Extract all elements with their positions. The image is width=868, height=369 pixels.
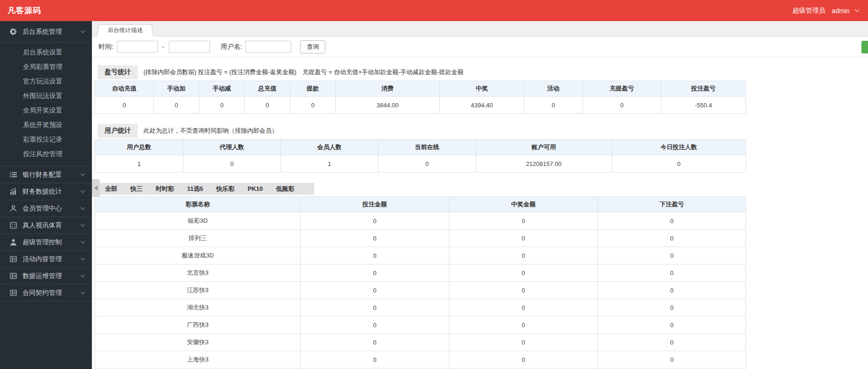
table-cell: 0 bbox=[301, 264, 449, 282]
sidebar-item-label: 财务数据统计 bbox=[23, 188, 81, 196]
sidebar-subitem[interactable]: 官方玩法设置 bbox=[0, 74, 92, 89]
username-label: admin bbox=[832, 7, 850, 15]
sidebar-subitem[interactable]: 系统开奖预设 bbox=[0, 118, 92, 132]
lottery-tab[interactable]: 快乐彩 bbox=[210, 185, 241, 193]
user-section-head: 用户统计 此处为总计，不受查询时间影响（排除内部会员） bbox=[98, 124, 868, 137]
column-header: 充提盈亏 bbox=[583, 81, 661, 97]
sidebar-item-label: 银行财务配置 bbox=[23, 171, 81, 179]
arrow-left-icon bbox=[94, 186, 98, 190]
table-row: 排列三000 bbox=[95, 230, 746, 247]
sidebar-item[interactable]: 数据运维管理 bbox=[0, 268, 92, 285]
table-row: 安徽快3000 bbox=[95, 334, 746, 351]
table-cell: 0 bbox=[301, 334, 449, 351]
lottery-tab[interactable]: 快三 bbox=[124, 185, 149, 193]
table-row: 福彩3D000 bbox=[95, 212, 746, 230]
column-header: 中奖金额 bbox=[449, 197, 598, 212]
lottery-tabs: 全部快三时时彩11选5快乐彩PK10低频彩 bbox=[95, 183, 314, 195]
sidebar-item[interactable]: 活动内容管理 bbox=[0, 251, 92, 268]
chevron-down-icon bbox=[81, 256, 85, 261]
username-input[interactable] bbox=[245, 41, 291, 53]
green-action-button[interactable] bbox=[861, 41, 868, 53]
table-cell: 0 bbox=[301, 282, 449, 299]
column-header: 消费 bbox=[336, 81, 440, 97]
table-cell: 0 bbox=[598, 334, 746, 351]
chart-icon bbox=[9, 188, 17, 196]
table-cell: 0 bbox=[583, 97, 661, 114]
table-cell: 北京快3 bbox=[95, 264, 301, 282]
table-cell: 0 bbox=[612, 155, 746, 173]
table-cell: 0 bbox=[301, 351, 449, 369]
sidebar-item-label: 真人视讯体育 bbox=[23, 221, 81, 230]
sidebar-item[interactable]: 财务数据统计 bbox=[0, 183, 92, 200]
sidebar-menu: 后台系统管理后台系统设置全局彩票管理官方玩法设置外围玩法设置全局开奖设置系统开奖… bbox=[0, 21, 92, 301]
panel-icon bbox=[9, 272, 17, 280]
column-header: 今日投注人数 bbox=[612, 140, 746, 155]
query-button[interactable]: 查询 bbox=[300, 40, 325, 53]
table-cell: 21208157.00 bbox=[476, 155, 612, 173]
lottery-tab[interactable]: 全部 bbox=[98, 185, 124, 193]
sidebar-item[interactable]: 真人视讯体育 bbox=[0, 217, 92, 234]
table-cell: 1 bbox=[95, 155, 183, 173]
profit-badge: 盈亏统计 bbox=[98, 65, 138, 79]
username-field-label: 用户名: bbox=[221, 43, 242, 51]
sidebar-item-label: 合同契约管理 bbox=[23, 289, 81, 297]
table-cell: 4394.40 bbox=[440, 97, 524, 114]
column-header: 自动充值 bbox=[95, 81, 154, 97]
sidebar-item[interactable]: 会员管理中心 bbox=[0, 200, 92, 217]
time-end-input[interactable] bbox=[169, 41, 210, 53]
dice-icon bbox=[9, 221, 17, 229]
sidebar-item[interactable]: 合同契约管理 bbox=[0, 285, 92, 301]
table-cell: 0 bbox=[449, 299, 598, 316]
brand-logo: 凡客源码 bbox=[8, 5, 41, 16]
time-start-input[interactable] bbox=[117, 41, 158, 53]
user-description: 此处为总计，不受查询时间影响（排除内部会员） bbox=[143, 127, 278, 135]
user-icon bbox=[9, 238, 17, 246]
sidebar-subitem[interactable]: 彩票投注记录 bbox=[0, 132, 92, 147]
chevron-down-icon bbox=[81, 29, 85, 33]
chevron-down-icon bbox=[81, 273, 85, 278]
table-cell: 0 bbox=[301, 247, 449, 264]
search-toolbar: 时间: - 用户名: 查询 bbox=[92, 37, 868, 57]
table-cell: 0 bbox=[301, 316, 449, 334]
sidebar-item-label: 后台系统管理 bbox=[23, 28, 81, 36]
chevron-down-icon bbox=[81, 172, 85, 176]
user-menu[interactable]: 超级管理员 admin bbox=[793, 7, 859, 15]
sidebar-subitem[interactable]: 投注风控管理 bbox=[0, 147, 92, 161]
column-header: 总充值 bbox=[245, 81, 290, 97]
sidebar-item[interactable]: 超级管理控制 bbox=[0, 234, 92, 251]
gear-icon bbox=[9, 28, 17, 36]
lottery-tab[interactable]: 11选5 bbox=[181, 185, 210, 193]
sidebar-subitem[interactable]: 外围玩法设置 bbox=[0, 89, 92, 103]
sidebar-item[interactable]: 后台系统管理 bbox=[0, 21, 92, 43]
tab-backend-statistics[interactable]: 后台统计描述 bbox=[97, 24, 154, 37]
sidebar-subitem[interactable]: 后台系统设置 bbox=[0, 45, 92, 60]
list-icon bbox=[9, 171, 17, 179]
table-cell: 0 bbox=[449, 230, 598, 247]
collapse-sidebar-handle[interactable] bbox=[92, 179, 100, 197]
chevron-down-icon bbox=[81, 290, 85, 294]
lottery-tab[interactable]: 时时彩 bbox=[149, 185, 181, 193]
tab-title: 后台统计描述 bbox=[107, 27, 143, 35]
sidebar-item[interactable]: 银行财务配置 bbox=[0, 166, 92, 183]
user-role-label: 超级管理员 bbox=[793, 7, 825, 15]
table-cell: 0 bbox=[378, 155, 476, 173]
table-row: 江苏快3000 bbox=[95, 282, 746, 299]
panel-icon bbox=[9, 289, 17, 297]
column-header: 投注盈亏 bbox=[661, 81, 746, 97]
sidebar-submenu: 后台系统设置全局彩票管理官方玩法设置外围玩法设置全局开奖设置系统开奖预设彩票投注… bbox=[0, 43, 92, 166]
table-cell: 上海快3 bbox=[95, 351, 301, 369]
column-header: 提款 bbox=[290, 81, 336, 97]
table-cell: 0 bbox=[290, 97, 336, 114]
lottery-tab[interactable]: PK10 bbox=[241, 185, 270, 192]
column-header: 会员人数 bbox=[281, 140, 378, 155]
sidebar-item-label: 数据运维管理 bbox=[23, 272, 81, 280]
sidebar-subitem[interactable]: 全局开奖设置 bbox=[0, 103, 92, 118]
lottery-tab[interactable]: 低频彩 bbox=[270, 185, 301, 193]
sidebar-subitem[interactable]: 全局彩票管理 bbox=[0, 60, 92, 74]
sidebar: 后台系统管理后台系统设置全局彩票管理官方玩法设置外围玩法设置全局开奖设置系统开奖… bbox=[0, 21, 92, 369]
table-cell: 0 bbox=[598, 299, 746, 316]
column-header: 当前在线 bbox=[378, 140, 476, 155]
table-cell: 0 bbox=[449, 282, 598, 299]
table-cell: 江苏快3 bbox=[95, 282, 301, 299]
sidebar-item-label: 超级管理控制 bbox=[23, 238, 81, 247]
